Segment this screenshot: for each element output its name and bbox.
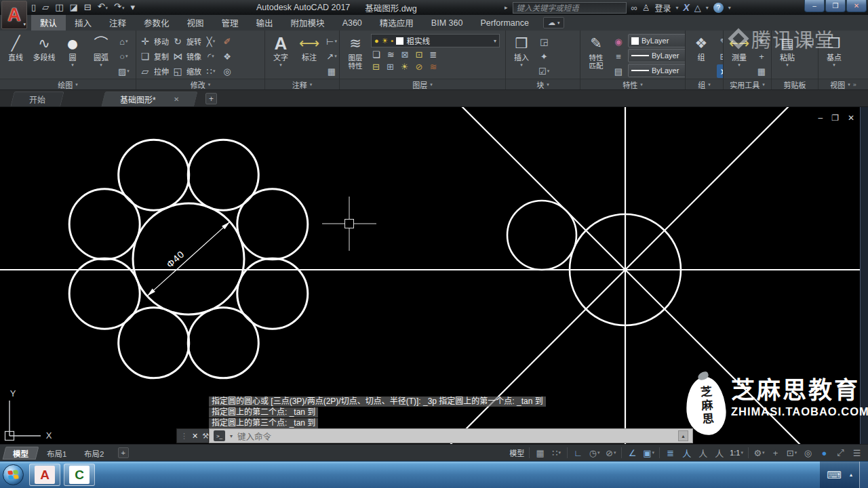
layer-combo[interactable]: ●☀▪粗实线▾ (371, 34, 500, 47)
tool-array[interactable]: ∷▾ (204, 64, 218, 78)
tool-manage-attributes[interactable]: ☑▾ (537, 64, 551, 78)
ribbon-tab-管理[interactable]: 管理 (213, 15, 248, 30)
tool-ungroup[interactable]: ✎ (717, 35, 723, 48)
tool-copy[interactable]: ❏复制 (139, 49, 169, 63)
new-tab-button[interactable]: + (205, 93, 217, 104)
status-graphics-performance[interactable]: ● (817, 446, 831, 460)
layer-tool-icon[interactable]: ❏ (372, 49, 380, 60)
panel-label-properties[interactable]: 特性▾ (580, 79, 685, 89)
panel-label-annotate[interactable]: 注释▾ (265, 79, 339, 89)
tool-dim-linear[interactable]: ⊢▾ (325, 35, 338, 48)
tool-group[interactable]: ❖组 (688, 32, 714, 62)
tool-dimension[interactable]: ⟷标注 (296, 32, 322, 62)
plot-icon[interactable]: ⊟ (84, 0, 92, 15)
tool-ellipse[interactable]: ○▾ (117, 49, 131, 63)
tool-scale[interactable]: ◱缩放 (172, 64, 201, 78)
qat-customize-icon[interactable]: ▾ (131, 0, 136, 15)
open-icon[interactable]: ▱ (42, 0, 49, 15)
tool-polyline[interactable]: ∿多段线 (31, 32, 57, 62)
status-model-space-toggle[interactable]: 模型 (508, 446, 526, 460)
status-annotation-scale-flag[interactable]: 人 (712, 446, 726, 460)
panel-label-view[interactable]: 视图▾» (818, 79, 868, 89)
layer-tool-icon[interactable]: ≋ (429, 62, 437, 73)
status-annotation-scale[interactable]: 1:1▾ (728, 446, 745, 460)
command-input[interactable]: >_ ▾ 键入命令 ▲ (209, 428, 693, 443)
file-tab-close-icon[interactable]: ✕ (174, 96, 179, 103)
tool-erase[interactable]: ✐ (220, 35, 234, 48)
ribbon-tab-默认[interactable]: 默认 (31, 15, 66, 30)
tool-leader[interactable]: ↗▾ (325, 49, 338, 63)
layout-tab-模型[interactable]: 模型 (3, 447, 39, 460)
drawing-restore-icon[interactable]: ❐ (831, 114, 839, 122)
status-annotation-visibility[interactable]: 人 (679, 446, 694, 460)
save-icon[interactable]: ◫ (55, 0, 63, 15)
status-annotation-autoscale[interactable]: 人 (696, 446, 710, 460)
status-isometric-drafting[interactable]: ⊘▾ (604, 446, 618, 460)
taskbar-app-autocad[interactable]: A (29, 464, 60, 486)
tool-block-edit[interactable]: ◲ (537, 35, 551, 48)
input-method-icon[interactable]: ⌨ (827, 469, 842, 481)
status-workspace-switching[interactable]: ⚙▾ (752, 446, 766, 460)
a360-icon[interactable]: △ (694, 3, 701, 13)
ribbon-tab-输出[interactable]: 输出 (248, 15, 282, 30)
help-dropdown-icon[interactable]: ▾ (728, 5, 731, 11)
status-object-snap[interactable]: ▣▾ (642, 446, 656, 460)
tool-mirror[interactable]: ⋈镜像 (172, 49, 201, 63)
status-ortho-mode[interactable]: ∟ (571, 446, 585, 460)
layout-tab-布局2[interactable]: 布局2 (75, 447, 114, 460)
ribbon-tab-插入[interactable]: 插入 (66, 15, 100, 30)
exchange-apps-icon[interactable]: X (684, 2, 690, 13)
save-as-icon[interactable]: ◪ (69, 0, 77, 15)
command-bar-grip[interactable]: ⋮ ✕ ⚒ (176, 428, 209, 443)
layer-tool-icon[interactable]: ≣ (429, 49, 437, 60)
tool-explode[interactable]: ❖ (220, 49, 234, 63)
status-grid-display[interactable]: ▦ (533, 446, 547, 460)
search-icon[interactable]: ∞ (631, 3, 637, 13)
drawing-close-icon[interactable]: ✕ (848, 114, 854, 122)
tool-group-select[interactable]: ➤ (717, 64, 723, 78)
tool-line[interactable]: ╱直线 (3, 32, 28, 62)
panel-label-clipboard[interactable]: 剪贴板 (772, 79, 818, 89)
layer-tool-icon[interactable]: ⊟ (372, 62, 380, 73)
application-menu-button[interactable]: A ▾ (1, 1, 27, 29)
user-icon[interactable]: ♙ (642, 3, 650, 13)
tool-rotate[interactable]: ↻旋转 (172, 35, 201, 48)
a360-dropdown-icon[interactable]: ▾ (706, 5, 709, 11)
layout-tab-布局1[interactable]: 布局1 (37, 447, 77, 460)
panel-label-group[interactable]: 组▾ (686, 79, 723, 89)
signin-button[interactable]: 登录 (654, 2, 671, 14)
search-input[interactable]: 键入关键字或短语 (513, 2, 627, 14)
tool-hatch[interactable]: ▨▾ (117, 64, 131, 78)
panel-label-modify[interactable]: 修改▾ (136, 79, 264, 89)
tool-trim[interactable]: ╳▾ (204, 35, 218, 48)
status-lineweight-display[interactable]: ≣ (663, 446, 677, 460)
tool-circle[interactable]: ●圆▾ (60, 32, 85, 67)
restore-button[interactable]: ❐ (825, 0, 846, 12)
tool-arc[interactable]: ⌒圆弧▾ (88, 32, 114, 67)
tool-linetype-list[interactable]: ▤ (612, 64, 625, 78)
panel-launcher-icon[interactable]: » (853, 81, 856, 88)
close-button[interactable]: ✕ (846, 0, 867, 12)
signin-dropdown-icon[interactable]: ▾ (675, 5, 678, 11)
color-combo[interactable]: ByLayer▾ (628, 34, 685, 47)
tool-stretch[interactable]: ▱拉伸 (139, 64, 169, 78)
lineweight-combo[interactable]: ByLayer▾ (628, 49, 685, 62)
panel-label-layer[interactable]: 图层▾ (340, 79, 505, 89)
undo-arrow-icon[interactable]: ▾ (106, 5, 108, 10)
command-close-icon[interactable]: ✕ (192, 432, 198, 441)
tool-quick-calc[interactable]: ▦ (755, 64, 768, 78)
tool-color-wheel[interactable]: ◉ (612, 35, 625, 48)
file-tab-start[interactable]: 开始 (10, 92, 64, 106)
tool-insert[interactable]: ❒插入▾ (509, 32, 534, 67)
ribbon-tab-BIM 360[interactable]: BIM 360 (422, 15, 472, 30)
file-tab-document[interactable]: 基础图形* ✕ (101, 92, 198, 106)
tool-move[interactable]: ✛移动 (139, 35, 169, 48)
command-tools-icon[interactable]: ⚒ (202, 432, 209, 441)
status-quick-properties[interactable]: ⊡▾ (785, 446, 799, 460)
tool-group-edit[interactable]: ⊞ (717, 49, 723, 63)
help-icon[interactable]: ? (713, 3, 724, 13)
redo-arrow-icon[interactable]: ▾ (122, 5, 125, 10)
new-layout-button[interactable]: + (118, 447, 129, 458)
tool-define-attributes[interactable]: ✦ (537, 49, 551, 63)
connect-cloud-button[interactable]: ☁ ▾ (543, 17, 565, 28)
